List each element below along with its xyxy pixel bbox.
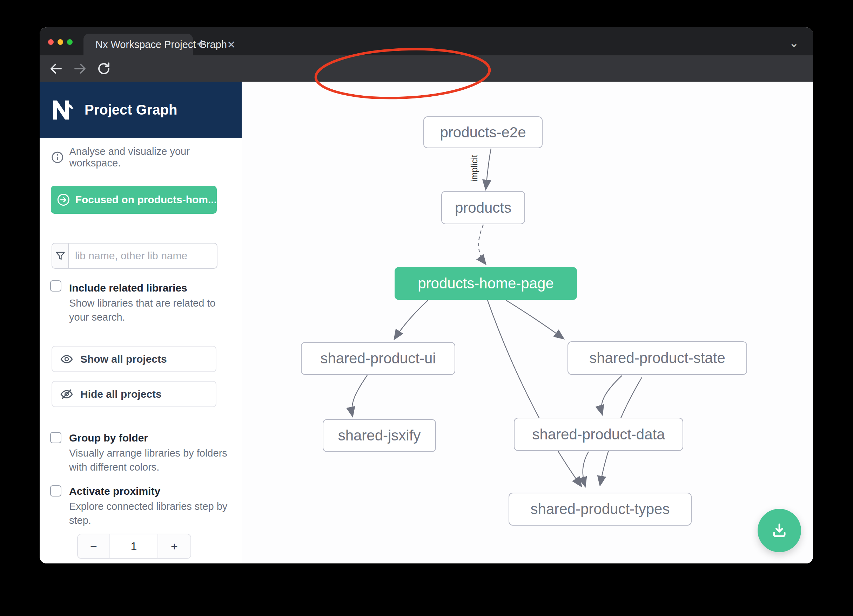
stepper-decrement-button[interactable]: − (78, 534, 110, 558)
tab-title: Nx Workspace Project Graph (96, 39, 227, 50)
edge-homepage-state (506, 300, 563, 339)
new-tab-button[interactable]: + (197, 35, 206, 53)
refresh-button[interactable] (96, 61, 111, 76)
include-related-desc-1: Show libraries that are related to (69, 296, 216, 310)
edge-products-homepage (478, 225, 486, 264)
stepper-increment-button[interactable]: + (158, 534, 190, 558)
browser-toolbar: nrwl-nx-examples-dep-graph.netlify.app/?… (39, 55, 813, 82)
node-shared-jsxify[interactable]: shared-jsxify (323, 419, 436, 452)
zoom-window-button[interactable] (67, 39, 73, 45)
node-shared-product-data[interactable]: shared-product-data (514, 418, 683, 451)
show-all-projects-button[interactable]: Show all projects (52, 346, 216, 372)
filter-icon-segment (52, 244, 69, 268)
node-products[interactable]: products (441, 191, 525, 224)
edge-ui-jsxify (352, 375, 367, 416)
focus-arrow-icon (56, 191, 70, 209)
edge-data-types (583, 452, 589, 486)
project-graph-canvas[interactable]: implicit products-e2e products products-… (242, 82, 813, 563)
browser-window: Nx Workspace Project Graph ✕ + ⌄ (39, 27, 813, 563)
graph-edges: implicit (242, 82, 813, 563)
eye-icon (60, 353, 73, 366)
node-products-e2e[interactable]: products-e2e (423, 117, 543, 148)
activate-proximity-desc-1: Explore connected libraries step by (69, 499, 227, 513)
activate-proximity-checkbox[interactable] (50, 485, 61, 496)
activate-proximity-label: Activate proximity (69, 485, 160, 497)
group-by-folder-checkbox[interactable] (50, 432, 61, 443)
info-icon (51, 151, 64, 163)
back-button[interactable] (49, 61, 64, 76)
include-related-checkbox[interactable] (50, 280, 61, 292)
node-products-home-page[interactable]: products-home-page (395, 267, 577, 300)
group-by-folder-label: Group by folder (69, 432, 148, 444)
sidebar: Project Graph Analyse and visualize your… (39, 82, 242, 563)
group-by-folder-desc-2: with different colors. (69, 460, 159, 474)
tab-strip: Nx Workspace Project Graph ✕ + ⌄ (39, 27, 813, 55)
focused-on-button[interactable]: Focused on products-hom... (51, 186, 217, 214)
eye-off-icon (60, 387, 73, 401)
node-shared-product-state[interactable]: shared-product-state (568, 341, 747, 375)
show-all-projects-label: Show all projects (80, 353, 167, 365)
tagline-text: Analyse and visualize your workspace. (70, 146, 242, 169)
node-shared-product-types[interactable]: shared-product-types (508, 493, 692, 525)
nx-logo-icon (50, 97, 76, 123)
include-related-label: Include related libraries (69, 282, 187, 294)
group-by-folder-desc-1: Visually arrange libraries by folders (69, 446, 227, 460)
filter-box (52, 243, 217, 269)
close-tab-icon[interactable]: ✕ (227, 39, 236, 51)
close-window-button[interactable] (48, 39, 54, 45)
focused-on-label: Focused on products-hom... (76, 194, 217, 206)
edge-homepage-ui (395, 300, 428, 339)
forward-button[interactable] (73, 61, 87, 76)
download-graph-button[interactable] (757, 509, 801, 552)
edge-e2e-products (486, 148, 491, 189)
hide-all-projects-label: Hide all projects (80, 388, 162, 400)
hide-all-projects-button[interactable]: Hide all projects (52, 381, 216, 407)
page-content: Project Graph Analyse and visualize your… (39, 82, 813, 563)
edge-label-implicit: implicit (469, 155, 479, 182)
node-shared-product-ui[interactable]: shared-product-ui (301, 342, 455, 375)
tagline-row: Analyse and visualize your workspace. (51, 146, 242, 169)
app-title: Project Graph (85, 102, 178, 118)
include-related-desc-2: your search. (69, 310, 125, 324)
chevron-down-icon[interactable]: ⌄ (789, 36, 799, 50)
download-icon (770, 521, 788, 540)
tab-nx-workspace-project-graph[interactable]: Nx Workspace Project Graph ✕ (83, 34, 193, 55)
filter-input[interactable] (69, 244, 217, 268)
activate-proximity-desc-2: step. (69, 513, 91, 527)
edge-homepage-types (487, 300, 581, 486)
stepper-value: 1 (110, 534, 158, 558)
proximity-stepper: − 1 + (77, 534, 191, 559)
screenshot-stage: Nx Workspace Project Graph ✕ + ⌄ (0, 0, 853, 616)
minimize-window-button[interactable] (58, 39, 63, 45)
sidebar-header: Project Graph (39, 82, 242, 138)
funnel-icon (55, 250, 66, 262)
edge-state-data (601, 375, 622, 414)
